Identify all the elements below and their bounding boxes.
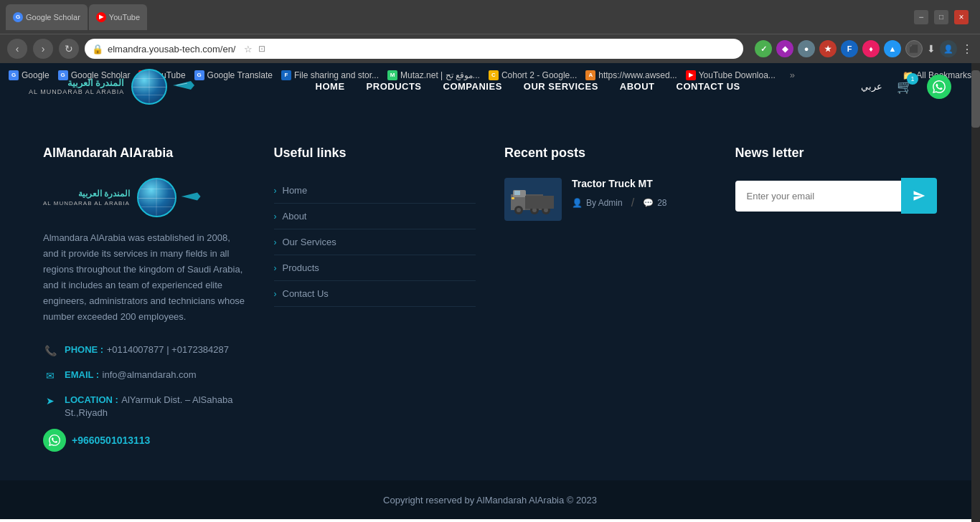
footer-link-home[interactable]: › Home bbox=[274, 178, 476, 204]
post-author: 👤 By Admin bbox=[572, 198, 623, 208]
newsletter-submit-button[interactable] bbox=[901, 178, 937, 214]
footer-col-newsletter: News letter bbox=[735, 146, 938, 452]
ext-icon-7[interactable]: ▲ bbox=[884, 40, 901, 57]
whatsapp-header-button[interactable] bbox=[927, 75, 951, 99]
reload-button[interactable]: ↻ bbox=[59, 39, 79, 59]
footer-grid: AlMandarah AlArabia المندرة العربية AL M… bbox=[43, 146, 937, 480]
back-button[interactable]: ‹ bbox=[7, 39, 27, 59]
svg-point-6 bbox=[517, 208, 521, 212]
site-footer: AlMandarah AlArabia المندرة العربية AL M… bbox=[0, 110, 980, 480]
bookmark-cohort[interactable]: C Cohort 2 - Google... bbox=[489, 70, 577, 80]
logo-arabic-line2: AL MUNDARAB AL ARABIA bbox=[29, 88, 124, 95]
arrow-icon-about: › bbox=[274, 212, 277, 222]
footer-col-posts: Recent posts bbox=[504, 146, 707, 452]
post-thumbnail bbox=[504, 178, 562, 221]
nav-contact-us[interactable]: CONTACT US bbox=[677, 81, 740, 92]
nav-companies[interactable]: COMPANIES bbox=[443, 81, 502, 92]
footer-email: ✉ EMAIL : info@almandarah.com bbox=[43, 368, 245, 383]
bookmark-favicon-awsed: A bbox=[585, 70, 595, 80]
scroll-thumb[interactable] bbox=[971, 70, 980, 128]
footer-phone: 📞 PHONE : +0114007877 | +0172384287 bbox=[43, 343, 245, 358]
bookmark-label-cohort: Cohort 2 - Google... bbox=[501, 70, 577, 80]
bookmark-awsed[interactable]: A https://www.awsed... bbox=[585, 70, 677, 80]
site-logo[interactable]: المندرة العربية AL MUNDARAB AL ARABIA bbox=[29, 69, 194, 105]
bookmark-ytdl[interactable]: ▶ YouTube Downloa... bbox=[686, 70, 776, 80]
footer-link-contact[interactable]: › Contact Us bbox=[274, 281, 476, 307]
bookmark-label-awsed: https://www.awsed... bbox=[598, 70, 677, 80]
nav-home[interactable]: HOME bbox=[316, 81, 345, 92]
newsletter-email-input[interactable] bbox=[735, 181, 902, 212]
bookmark-favicon-translate: G bbox=[194, 70, 204, 80]
footer-description: Almandara AlArabia was established in 20… bbox=[43, 230, 245, 326]
footer-logo-globe bbox=[137, 178, 176, 217]
menu-dots-icon[interactable]: ⋮ bbox=[961, 42, 973, 56]
footer-logo-ar-1: المندرة العربية bbox=[78, 189, 130, 200]
ext-icon-8[interactable]: ⬛ bbox=[905, 40, 923, 57]
lock-icon: 🔒 bbox=[92, 44, 103, 54]
scrollbar[interactable] bbox=[971, 63, 980, 522]
phone-label: PHONE : bbox=[65, 344, 103, 355]
send-icon bbox=[913, 189, 925, 202]
profile-icon[interactable]: 👤 bbox=[940, 40, 957, 57]
nav-our-services[interactable]: OUR SERVICES bbox=[524, 81, 598, 92]
close-button[interactable]: × bbox=[954, 10, 969, 24]
language-toggle[interactable]: عربي bbox=[861, 81, 882, 92]
cast-icon[interactable]: ⊡ bbox=[258, 44, 265, 54]
nav-products[interactable]: PRODUCTS bbox=[367, 81, 422, 92]
browser-tab-youtube[interactable]: ▶ YouTube bbox=[89, 4, 147, 30]
email-label: EMAIL : bbox=[65, 369, 99, 380]
browser-tab-scholar[interactable]: G Google Scholar bbox=[6, 4, 88, 30]
footer-link-about[interactable]: › About bbox=[274, 204, 476, 229]
bookmark-label-translate: Google Translate bbox=[207, 70, 273, 80]
whatsapp-number: +9660501013113 bbox=[72, 435, 150, 446]
link-label-products: Products bbox=[283, 262, 319, 273]
forward-button[interactable]: › bbox=[33, 39, 53, 59]
arrow-icon: › bbox=[274, 186, 277, 196]
whatsapp-footer-icon bbox=[43, 429, 66, 452]
bookmark-favicon-fileshare: F bbox=[281, 70, 291, 80]
maximize-button[interactable]: □ bbox=[934, 10, 948, 24]
footer-title-about: AlMandarah AlArabia bbox=[43, 146, 245, 161]
nav-about[interactable]: ABOUT bbox=[620, 81, 655, 92]
address-bar[interactable]: 🔒 elmandra.yousab-tech.com/en/ ☆ ⊡ bbox=[85, 39, 743, 59]
link-label-services: Our Services bbox=[283, 237, 336, 247]
ext-icon-1[interactable]: ✓ bbox=[755, 40, 772, 57]
cart-badge: 1 bbox=[907, 73, 918, 85]
ext-icon-2[interactable]: ◆ bbox=[776, 40, 793, 57]
location-label: LOCATION : bbox=[65, 394, 118, 405]
bookmark-label-fileshare: File sharing and stor... bbox=[294, 70, 379, 80]
svg-rect-4 bbox=[514, 191, 520, 195]
nav-right: عربي 🛒 1 bbox=[861, 75, 951, 99]
ext-icon-6[interactable]: ♦ bbox=[862, 40, 880, 57]
bookmark-mutaz[interactable]: M Mutaz.net | موقع تح... bbox=[387, 70, 480, 80]
bookmark-favicon-mutaz: M bbox=[387, 70, 397, 80]
bookmark-fileshare[interactable]: F File sharing and stor... bbox=[281, 70, 379, 80]
ext-icon-3[interactable]: ● bbox=[798, 40, 815, 57]
bookmark-favicon-cohort: C bbox=[489, 70, 499, 80]
post-content: Tractor Truck MT 👤 By Admin / 💬 28 bbox=[572, 178, 667, 209]
post-comments: 💬 28 bbox=[643, 198, 666, 208]
footer-link-services[interactable]: › Our Services bbox=[274, 229, 476, 255]
newsletter-form bbox=[735, 178, 938, 214]
bookmark-label-mutaz: Mutaz.net | موقع تح... bbox=[400, 70, 480, 80]
comment-icon: 💬 bbox=[643, 198, 654, 208]
tab-label-youtube: YouTube bbox=[109, 13, 140, 22]
footer-link-products[interactable]: › Products bbox=[274, 255, 476, 281]
cart-button[interactable]: 🛒 1 bbox=[894, 76, 915, 98]
tab-label-scholar: Google Scholar bbox=[26, 13, 80, 22]
bookmark-star-icon[interactable]: ☆ bbox=[244, 44, 253, 54]
ext-icon-5[interactable]: F bbox=[841, 40, 858, 57]
logo-arabic-line1: المندرة العربية bbox=[67, 77, 125, 89]
more-bookmarks[interactable]: » bbox=[790, 70, 795, 80]
bookmark-translate[interactable]: G Google Translate bbox=[194, 70, 273, 80]
download-icon[interactable]: ⬇ bbox=[927, 43, 936, 54]
author-name: By Admin bbox=[586, 198, 623, 208]
arrow-icon-products: › bbox=[274, 263, 277, 273]
tab-favicon-scholar: G bbox=[13, 12, 23, 22]
ext-icon-4[interactable]: ★ bbox=[819, 40, 837, 57]
minimize-button[interactable]: − bbox=[914, 10, 928, 24]
footer-bottom: Copyright reserved by AlMandarah AlArabi… bbox=[0, 480, 980, 519]
link-label-contact: Contact Us bbox=[283, 288, 329, 299]
footer-whatsapp[interactable]: +9660501013113 bbox=[43, 429, 245, 452]
comment-count: 28 bbox=[657, 198, 666, 208]
